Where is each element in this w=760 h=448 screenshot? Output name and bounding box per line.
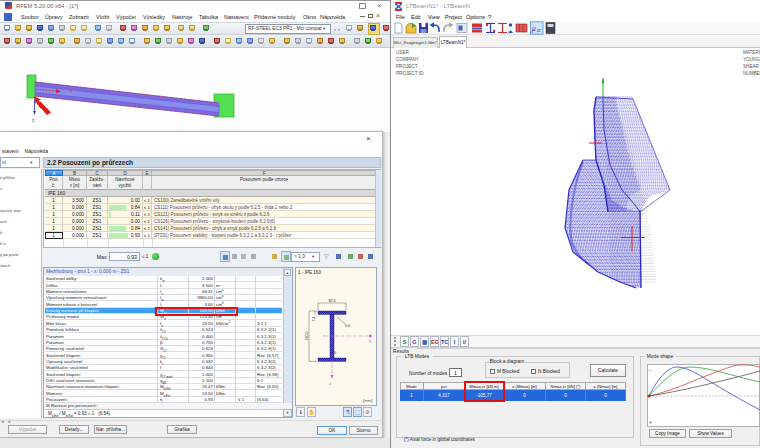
svg-text:−: −: [649, 367, 652, 373]
svg-text:μ: μ: [531, 25, 536, 33]
svg-text:7.4: 7.4: [312, 317, 316, 322]
svg-text:+: +: [649, 419, 652, 425]
svg-text:9.0: 9.0: [345, 324, 350, 328]
svg-text:160.0: 160.0: [305, 332, 309, 341]
svg-text:z: z: [329, 381, 331, 386]
svg-text:82.0: 82.0: [329, 299, 336, 303]
svg-text:y: y: [369, 338, 371, 343]
svg-text:cr: cr: [537, 28, 541, 33]
svg-text:z: z: [32, 118, 35, 123]
